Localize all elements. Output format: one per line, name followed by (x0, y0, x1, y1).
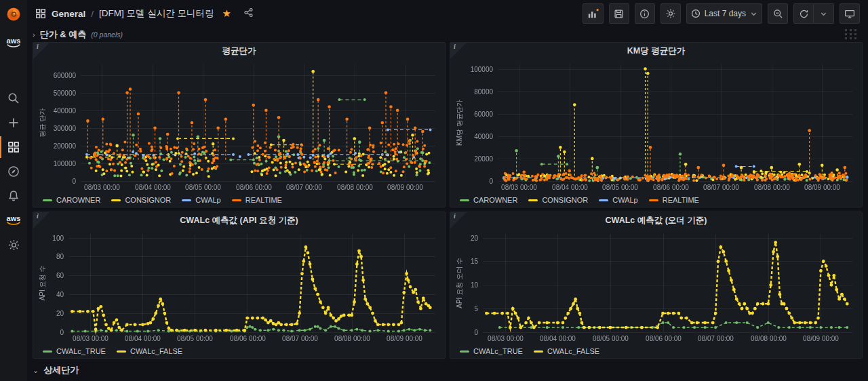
dashboard-insights-button[interactable] (635, 3, 655, 24)
panel-info-corner[interactable]: i (450, 43, 467, 59)
legend-swatch (43, 350, 52, 353)
legend-swatch (599, 199, 608, 201)
row-title: 단가 & 예측 (40, 28, 87, 41)
legend-item[interactable]: CONSIGNOR (111, 196, 171, 204)
clock-icon (691, 9, 701, 18)
dashboard-canvas: › 단가 & 예측 (0 panels) i 평균단가 CAROWNERCONS… (27, 27, 868, 381)
panel-title[interactable]: 평균단가 (33, 43, 445, 59)
timeseries-plot[interactable] (37, 228, 442, 344)
gear-icon (7, 239, 20, 252)
plus-icon (7, 117, 20, 129)
row-header-top[interactable]: › 단가 & 예측 (0 panels) (33, 27, 863, 42)
legend-label: CWALc_TRUE (56, 347, 106, 355)
sidebar-item-search[interactable] (0, 87, 27, 110)
panel-title[interactable]: CWALc 예측값 (오더 기준) (450, 212, 862, 228)
panel-row-2: i CWALc 예측값 (API 요청 기준) CWALc_TRUECWALc_… (33, 212, 863, 359)
add-panel-button[interactable] (583, 3, 604, 24)
legend-swatch (528, 199, 538, 201)
legend-item[interactable]: CWALc_TRUE (460, 347, 523, 355)
panel-info-corner[interactable]: i (450, 212, 467, 228)
search-icon (7, 92, 20, 104)
panel-title[interactable]: CWALc 예측값 (API 요청 기준) (33, 212, 445, 228)
panel-avg-price-per-km: i KM당 평균단가 CAROWNERCONSIGNORCWALpREALTIM… (450, 42, 863, 207)
breadcrumb-separator: / (91, 9, 94, 19)
row-panel-count: (0 panels) (91, 31, 123, 39)
legend-label: CWALp (195, 196, 221, 204)
row-collapse-chevron: › (33, 31, 35, 39)
panel-cwalc-order: i CWALc 예측값 (오더 기준) CWALc_TRUECWALc_FALS… (450, 212, 863, 359)
legend-swatch (460, 199, 469, 201)
breadcrumb-dashboard-title[interactable]: [DFM] 모델 실시간 모니터링 (99, 7, 214, 20)
star-icon[interactable]: ★ (222, 7, 231, 20)
legend-swatch (117, 350, 126, 353)
row-title: 상세단가 (43, 364, 79, 376)
panel-legend: CAROWNERCONSIGNORCWALpREALTIME (450, 193, 862, 207)
zoom-out-icon (773, 9, 783, 19)
save-icon (614, 9, 624, 19)
legend-item[interactable]: CONSIGNOR (528, 196, 588, 204)
legend-item[interactable]: CWALp (182, 196, 221, 204)
refresh-button-group (793, 3, 834, 24)
legend-item[interactable]: CWALc_TRUE (43, 347, 106, 355)
refresh-dashboard-button[interactable] (793, 3, 814, 24)
grafana-dashboard: { "header": { "breadcrumb": {"section": … (0, 0, 868, 381)
sidebar-item-explore[interactable] (0, 160, 27, 183)
monitor-icon (844, 9, 855, 19)
legend-swatch (534, 350, 543, 353)
legend-label: CAROWNER (56, 196, 100, 204)
sidebar-item-aws-top[interactable]: aws (0, 31, 27, 54)
zoom-out-time-button[interactable] (768, 3, 788, 24)
legend-item[interactable]: CWALc_FALSE (534, 347, 599, 355)
legend-item[interactable]: CWALc_FALSE (117, 347, 182, 355)
time-range-picker[interactable]: Last 7 days (686, 3, 762, 24)
sidebar-item-alerting[interactable] (0, 184, 27, 207)
row-header-bottom[interactable]: ⌄ 상세단가 (33, 363, 863, 378)
side-menu: aws aws (0, 0, 27, 381)
chevron-down-icon (750, 10, 757, 18)
legend-label: CONSIGNOR (125, 196, 171, 204)
panel-info-corner[interactable]: i (33, 43, 50, 59)
timeseries-plot[interactable] (37, 59, 442, 193)
grafana-logo[interactable] (0, 3, 27, 26)
timeseries-plot[interactable] (454, 59, 859, 193)
cycle-view-mode-button[interactable] (840, 3, 860, 24)
panel-legend: CWALc_TRUECWALc_FALSE (450, 344, 862, 358)
legend-label: CWALp (612, 196, 638, 204)
legend-label: CWALc_FALSE (547, 347, 599, 355)
save-dashboard-button[interactable] (609, 3, 629, 24)
share-icon[interactable] (243, 7, 254, 20)
top-navigation: General / [DFM] 모델 실시간 모니터링 ★ (27, 0, 868, 27)
add-panel-icon (587, 9, 599, 19)
info-circle-icon (639, 9, 650, 19)
legend-label: CONSIGNOR (542, 196, 588, 204)
sidebar-item-dashboards[interactable] (0, 136, 27, 159)
panel-row-1: i 평균단가 CAROWNERCONSIGNORCWALpREALTIME i … (33, 42, 863, 207)
timeseries-plot[interactable] (454, 228, 859, 344)
legend-item[interactable]: CWALp (599, 196, 638, 204)
panel-avg-price: i 평균단가 CAROWNERCONSIGNORCWALpREALTIME (33, 42, 446, 207)
dashboard-toolbar: Last 7 days (583, 3, 860, 24)
dashboards-grid-icon (7, 141, 20, 153)
compass-icon (7, 165, 20, 178)
row-drag-handle[interactable] (845, 29, 857, 39)
refresh-interval-dropdown[interactable] (814, 3, 834, 24)
sidebar-item-aws-bottom[interactable]: aws (0, 209, 27, 232)
legend-item[interactable]: CAROWNER (43, 196, 100, 204)
legend-item[interactable]: CAROWNER (460, 196, 517, 204)
gear-icon (665, 8, 676, 19)
panel-info-corner[interactable]: i (33, 212, 50, 228)
panel-cwalc-api: i CWALc 예측값 (API 요청 기준) CWALc_TRUECWALc_… (33, 212, 446, 359)
aws-logo-orange-icon: aws (6, 215, 21, 226)
chevron-down-icon (820, 10, 827, 18)
legend-label: REALTIME (663, 196, 699, 204)
sidebar-item-configuration[interactable] (0, 233, 27, 256)
dashboard-settings-button[interactable] (660, 3, 681, 24)
legend-swatch (232, 199, 241, 201)
panel-title[interactable]: KM당 평균단가 (450, 43, 862, 59)
breadcrumb-folder[interactable]: General (52, 9, 85, 19)
legend-item[interactable]: REALTIME (649, 196, 699, 204)
legend-item[interactable]: REALTIME (232, 196, 282, 204)
breadcrumb: General / [DFM] 모델 실시간 모니터링 ★ (35, 7, 254, 20)
time-range-label: Last 7 days (705, 9, 746, 18)
sidebar-item-create[interactable] (0, 111, 27, 134)
